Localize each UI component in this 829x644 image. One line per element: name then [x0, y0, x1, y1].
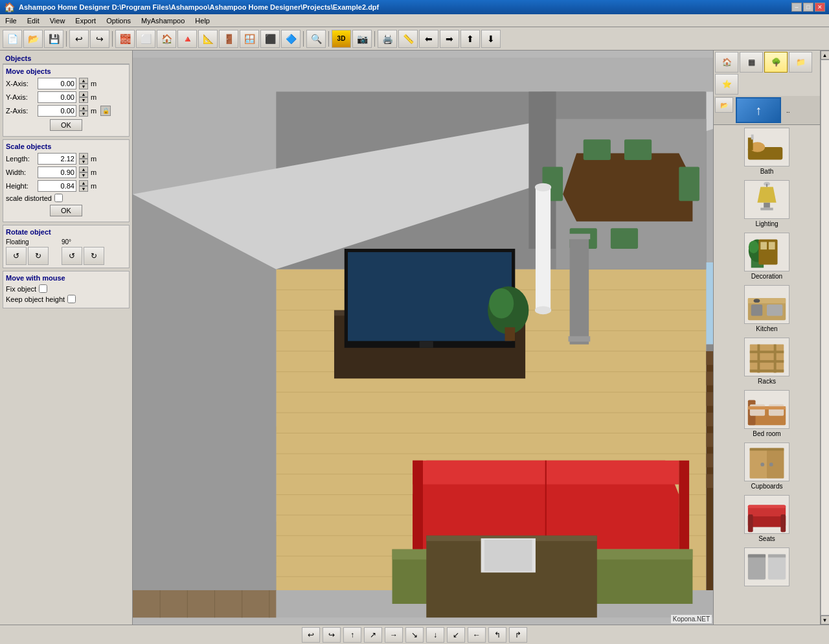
dim1-button[interactable]: ⬅ [419, 30, 438, 48]
length-input[interactable] [38, 153, 76, 165]
floor-button[interactable]: 🏠 [157, 30, 176, 48]
measure-button[interactable]: 📏 [398, 30, 418, 48]
rotate-90-ccw-button[interactable]: ↺ [62, 247, 82, 265]
menu-view[interactable]: View [47, 16, 68, 25]
menu-file[interactable]: File [3, 16, 19, 25]
x-axis-input[interactable] [38, 78, 76, 89]
nav-forward-button[interactable]: ↪ [323, 627, 341, 643]
tab-star-button[interactable]: ⭐ [715, 74, 738, 95]
tab-tree-button[interactable]: 🌳 [764, 52, 788, 73]
new-button[interactable]: 📄 [3, 30, 22, 48]
z-lock-button[interactable]: 🔒 [100, 106, 111, 116]
scroll-down-button[interactable]: ▼ [821, 615, 830, 625]
tool1-button[interactable]: ⬛ [260, 30, 280, 48]
y-axis-down[interactable]: ▼ [79, 97, 88, 103]
scroll-track[interactable] [821, 60, 830, 615]
stairs-button[interactable]: 📐 [198, 30, 218, 48]
menu-edit[interactable]: Edit [25, 16, 42, 25]
category-seats[interactable]: Seats [715, 494, 819, 544]
y-axis-up[interactable]: ▲ [79, 91, 88, 97]
rotate-float-ccw-button[interactable]: ↺ [6, 247, 27, 265]
camera-button[interactable]: 📷 [352, 30, 372, 48]
open-button[interactable]: 📂 [23, 30, 43, 48]
nav-down-left-button[interactable]: ↙ [447, 627, 465, 643]
keep-height-checkbox[interactable] [67, 295, 76, 303]
x-axis-unit: m [91, 80, 97, 87]
rotate-float-cw-button[interactable]: ↻ [28, 247, 49, 265]
dim2-button[interactable]: ➡ [440, 30, 459, 48]
roof-button[interactable]: 🔺 [177, 30, 197, 48]
right-panel-content: Bath Lighting [714, 125, 820, 625]
dim3-button[interactable]: ⬆ [460, 30, 480, 48]
redo-button[interactable]: ↪ [90, 30, 109, 48]
category-cupboards[interactable]: Cupboards [715, 441, 819, 491]
nav-back-button[interactable]: ↩ [302, 627, 320, 643]
category-other[interactable] [715, 546, 819, 589]
tool2-button[interactable]: 🔷 [281, 30, 301, 48]
category-bath[interactable]: Bath [715, 126, 819, 176]
nav-down-button[interactable]: ↓ [426, 627, 444, 643]
x-axis-up[interactable]: ▲ [79, 78, 88, 84]
nav-up-right-button[interactable]: ↗ [364, 627, 382, 643]
menu-export[interactable]: Export [73, 16, 98, 25]
print-button[interactable]: 🖨️ [378, 30, 397, 48]
svg-rect-105 [750, 351, 784, 353]
width-down[interactable]: ▼ [79, 172, 88, 178]
folder-open-button[interactable]: 📂 [715, 97, 733, 113]
height-up[interactable]: ▲ [79, 180, 88, 186]
fix-object-checkbox[interactable] [39, 284, 47, 293]
dim4-button[interactable]: ⬇ [481, 30, 501, 48]
category-lighting[interactable]: Lighting [715, 179, 819, 229]
close-button[interactable]: ✕ [815, 3, 825, 12]
move-ok-button[interactable]: OK [50, 119, 82, 131]
category-racks[interactable]: Racks [715, 336, 819, 386]
search-button[interactable]: 🔍 [306, 30, 326, 48]
height-down[interactable]: ▼ [79, 186, 88, 192]
nav-rotate-left-button[interactable]: ↰ [488, 627, 506, 643]
window-button[interactable]: 🪟 [240, 30, 259, 48]
svg-rect-76 [484, 540, 532, 571]
scale-distorted-checkbox[interactable] [54, 194, 63, 202]
nav-up-button[interactable]: ↑ [343, 627, 361, 643]
wall-button[interactable]: 🧱 [115, 30, 135, 48]
svg-rect-62 [505, 327, 515, 341]
nav-right-button[interactable]: → [385, 627, 403, 643]
scale-objects-title: Scale objects [6, 143, 126, 150]
3d-button[interactable]: 3D [332, 30, 351, 48]
category-decoration[interactable]: Decoration [715, 231, 819, 281]
nav-left-button[interactable]: ← [468, 627, 486, 643]
width-input[interactable] [38, 167, 76, 178]
width-up[interactable]: ▲ [79, 167, 88, 172]
undo-button[interactable]: ↩ [69, 30, 89, 48]
z-axis-input[interactable] [38, 105, 76, 117]
tab-folder-button[interactable]: 📁 [789, 52, 812, 73]
menu-myashampoo[interactable]: MyAshampoo [139, 16, 187, 25]
length-up[interactable]: ▲ [79, 153, 88, 159]
nav-down-right-button[interactable]: ↘ [405, 627, 424, 643]
svg-rect-82 [748, 137, 753, 150]
x-axis-down[interactable]: ▼ [79, 84, 88, 89]
minimize-button[interactable]: – [791, 3, 802, 12]
y-axis-input[interactable] [38, 91, 76, 103]
menu-help[interactable]: Help [192, 16, 212, 25]
scroll-up-button[interactable]: ▲ [821, 51, 830, 60]
rotate-90-cw-button[interactable]: ↻ [84, 247, 104, 265]
move-mouse-title: Move with mouse [6, 274, 126, 282]
nav-rotate-right-button[interactable]: ↱ [509, 627, 527, 643]
z-axis-up[interactable]: ▲ [79, 105, 88, 111]
tab-home-button[interactable]: 🏠 [715, 52, 738, 73]
menu-options[interactable]: Options [104, 16, 133, 25]
keep-height-label: Keep object height [6, 295, 65, 303]
z-axis-down[interactable]: ▼ [79, 111, 88, 117]
door-button[interactable]: 🚪 [219, 30, 238, 48]
maximize-button[interactable]: □ [803, 3, 813, 12]
category-kitchen[interactable]: Kitchen [715, 284, 819, 334]
up-directory-button[interactable]: ↑ [736, 97, 781, 123]
save-button[interactable]: 💾 [44, 30, 63, 48]
category-bedroom[interactable]: Bed room [715, 389, 819, 439]
tab-grid-button[interactable]: ▦ [740, 52, 763, 73]
room-button[interactable]: ⬜ [136, 30, 155, 48]
scale-ok-button[interactable]: OK [50, 205, 82, 216]
length-down[interactable]: ▼ [79, 159, 88, 165]
height-input[interactable] [38, 180, 76, 192]
